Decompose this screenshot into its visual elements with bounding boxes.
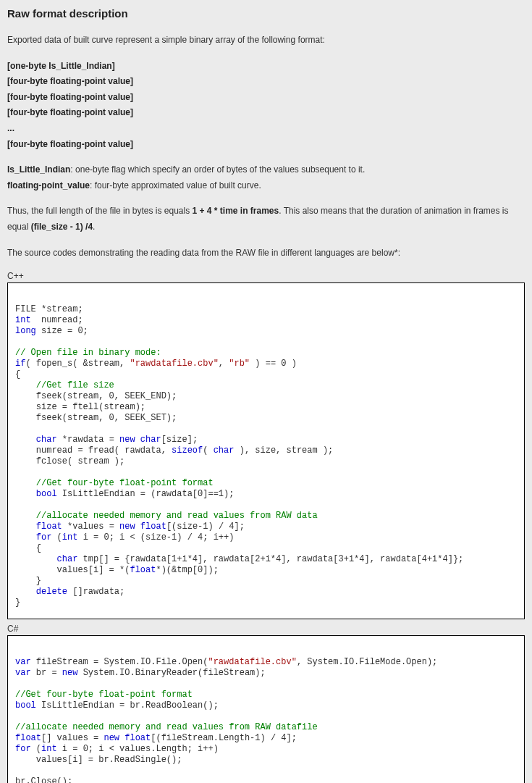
format-line: [four-byte floating-point value]	[7, 105, 525, 121]
length-paragraph: Thus, the full length of the file in byt…	[7, 204, 525, 235]
format-line: [four-byte floating-point value]	[7, 90, 525, 106]
length-text: Thus, the full length of the file in byt…	[7, 206, 192, 216]
length-text: .	[93, 222, 95, 232]
length-formula: (file_size - 1) /4	[31, 222, 93, 232]
page-title: Raw format description	[7, 7, 525, 20]
definition-row: floating-point_value: four-byte approxim…	[7, 178, 525, 194]
field-definitions: Is_Little_Indian: one-byte flag which sp…	[7, 162, 525, 193]
code-block: FILE *stream; int numread; long size = 0…	[7, 282, 525, 619]
code-language-label: C#	[7, 624, 525, 634]
definition-term: Is_Little_Indian	[7, 164, 70, 175]
format-line: [four-byte floating-point value]	[7, 137, 525, 153]
format-line: ...	[7, 121, 525, 137]
length-formula: 1 + 4 * time in frames	[192, 206, 279, 216]
format-line: [one-byte Is_Little_Indian]	[7, 59, 525, 75]
definition-desc: : one-byte flag which specify an order o…	[70, 164, 365, 175]
format-line: [four-byte floating-point value]	[7, 74, 525, 90]
code-block: var fileStream = System.IO.File.Open("ra…	[7, 635, 525, 783]
code-language-label: C++	[7, 271, 525, 281]
intro-paragraph: Exported data of built curve represent a…	[7, 33, 525, 49]
definition-row: Is_Little_Indian: one-byte flag which sp…	[7, 162, 525, 178]
format-structure-list: [one-byte Is_Little_Indian][four-byte fl…	[7, 59, 525, 153]
definition-desc: : four-byte approximated value of built …	[90, 180, 261, 190]
source-intro-paragraph: The source codes demonstrating the readi…	[7, 246, 525, 261]
definition-term: floating-point_value	[7, 180, 90, 190]
